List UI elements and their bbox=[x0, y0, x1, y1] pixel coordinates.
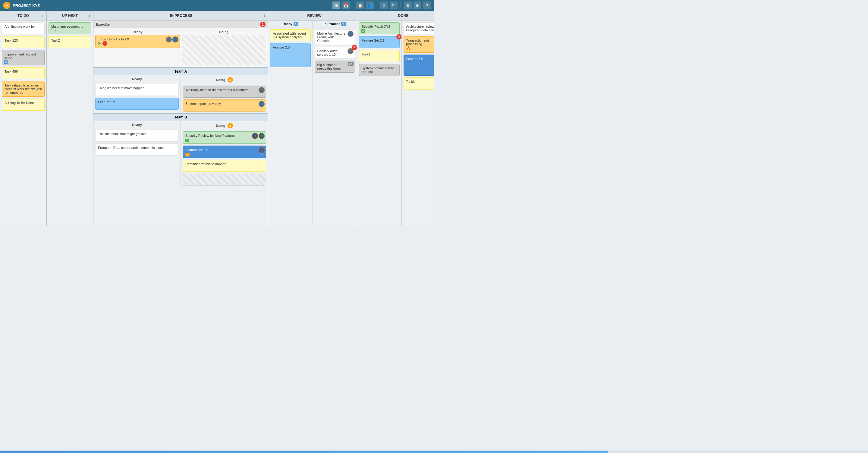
team-b-label: Team B bbox=[174, 115, 187, 119]
todo-add-btn[interactable]: + bbox=[41, 13, 44, 18]
sep1 bbox=[353, 2, 353, 8]
done-collapse-btn[interactable]: − bbox=[360, 13, 362, 18]
team-a-doing-card-2[interactable]: 👤 Broken import - csv only bbox=[183, 99, 266, 112]
done-card-1-badge: 3 bbox=[361, 29, 365, 33]
column-review-header: − REVIEW bbox=[268, 11, 357, 21]
review-ip-card-1[interactable]: 👤 Mobile Architecture Framework Concept bbox=[315, 29, 355, 45]
inprocess-collapse-btn[interactable]: − bbox=[96, 13, 98, 18]
team-b-ready-header: Ready bbox=[95, 123, 179, 127]
board: − TO DO + BACKLOG Architecture work for.… bbox=[0, 11, 434, 227]
team-b-doing-card-2-badge: 10 bbox=[185, 153, 190, 156]
upnext-collapse-btn[interactable]: − bbox=[49, 13, 52, 18]
todo-card-6-text: A Thing To Be Done bbox=[4, 101, 34, 104]
todo-card-2[interactable]: Task 123 bbox=[2, 36, 44, 48]
team-a-doing-card-1-text: We really need to do this for our custom… bbox=[185, 88, 249, 92]
expedite-header: Expedite 1 bbox=[93, 21, 268, 28]
upnext-add-btn[interactable]: + bbox=[88, 13, 91, 18]
team-a-section: Team A Ready Thing we need to make happe… bbox=[93, 67, 268, 113]
report-icon[interactable]: 📋 bbox=[356, 1, 364, 9]
expedite-count: 1 bbox=[260, 22, 266, 27]
filter-icon[interactable]: ⧖ bbox=[380, 1, 388, 9]
expedite-doing: Doing bbox=[182, 30, 267, 65]
inprocess-title: IN PROCESS bbox=[99, 13, 263, 18]
review-ready-header: Ready 4 bbox=[268, 21, 313, 27]
done-rcard-2[interactable]: Transaction not processing ! 🔥 bbox=[404, 36, 434, 53]
done-card-3[interactable]: Task1 bbox=[359, 50, 400, 62]
upnext-card-1[interactable]: Major improvement to SSL bbox=[49, 22, 91, 34]
todo-title: TO DO bbox=[6, 13, 40, 18]
done-card-4[interactable]: System enhancement request bbox=[359, 64, 400, 76]
avatar-4: 👤 bbox=[258, 101, 265, 107]
expedite-doing-area bbox=[182, 35, 267, 65]
upnext-card-2[interactable]: Task2 bbox=[49, 36, 91, 48]
avatar-3: 👤 bbox=[258, 87, 265, 93]
review-card-2[interactable]: Feature 2.5 bbox=[270, 43, 311, 67]
team-a-ready: Ready Thing we need to make happen Featu… bbox=[93, 76, 181, 113]
team-a-ready-header: Ready bbox=[95, 77, 179, 81]
fire-icon: 🔥 bbox=[406, 46, 411, 51]
expedite-doing-label: Doing bbox=[182, 30, 267, 34]
done-rcard-3[interactable]: Feature 3.0 bbox=[404, 55, 434, 76]
account-icon[interactable]: ⚙ bbox=[404, 1, 412, 9]
done-card-2-close[interactable]: ✕ bbox=[396, 34, 401, 39]
expedite-ready: Ready 👤 👤 To Be Done By EOD! ➤ ! bbox=[95, 30, 180, 65]
inprocess-info-icon[interactable]: ℹ bbox=[264, 13, 266, 18]
todo-card-3-badge: 3 bbox=[4, 60, 8, 64]
review-inprocess-body: 👤 Mobile Architecture Framework Concept … bbox=[313, 27, 357, 227]
review-collapse-btn[interactable]: − bbox=[271, 13, 273, 18]
todo-card-1-text: Architecture work for... bbox=[4, 25, 37, 28]
review-ready-count: 4 bbox=[293, 22, 299, 26]
board-view-icon[interactable]: ⊞ bbox=[333, 1, 340, 9]
review-ip-card-3[interactable]: LK Big customer needs this done bbox=[315, 61, 355, 73]
settings-icon[interactable]: ⚙ bbox=[413, 1, 421, 9]
todo-card-1[interactable]: Architecture work for... bbox=[2, 22, 44, 34]
expedite-card-1[interactable]: 👤 👤 To Be Done By EOD! ➤ ! bbox=[95, 35, 180, 48]
team-b-section: Team B Ready The little detail that migh… bbox=[93, 113, 268, 187]
todo-card-5-text: Task related to a larger piece of work t… bbox=[4, 84, 42, 94]
done-rcard-4[interactable]: Task3 bbox=[404, 78, 434, 90]
team-a-card-1[interactable]: Thing we need to make happen bbox=[95, 84, 179, 96]
review-card-1[interactable]: Associated with recent QA system analysi… bbox=[270, 29, 311, 41]
team-a-card-1-text: Thing we need to make happen bbox=[98, 86, 144, 90]
team-b-card-2[interactable]: European Data center arch. communication… bbox=[95, 144, 179, 155]
done-rcard-1[interactable]: Architecture review for European data ce… bbox=[404, 22, 434, 34]
team-b-doing-card-1[interactable]: 👤 👤 Security Review for New Features 1 bbox=[183, 131, 266, 144]
todo-card-6[interactable]: A Thing To Be Done bbox=[2, 98, 44, 111]
todo-collapse-btn[interactable]: − bbox=[2, 13, 5, 18]
column-done-header: − DONE bbox=[357, 11, 434, 21]
calendar-icon[interactable]: 📅 bbox=[342, 1, 350, 9]
search-icon[interactable]: 🔍 bbox=[390, 1, 398, 9]
done-card-3-text: Task1 bbox=[362, 53, 370, 56]
todo-card-4[interactable]: Task 456 bbox=[2, 67, 44, 79]
team-a-card-2[interactable]: Feature Set bbox=[95, 98, 179, 110]
done-card-2[interactable]: ✕ Feature Set 2.1 bbox=[359, 36, 400, 48]
team-a-doing-card-1-avatars: 👤 bbox=[258, 87, 265, 93]
team-b-body: Ready The little detail that might get l… bbox=[93, 121, 268, 187]
priority-icon: ! bbox=[102, 41, 107, 46]
review-ip-card-2[interactable]: ✕ 👤 Security audit: servers 1-10 bbox=[315, 47, 355, 59]
done-right-sub: Architecture review for European data ce… bbox=[402, 21, 434, 227]
users-icon[interactable]: 👥 bbox=[366, 1, 374, 9]
todo-card-5[interactable]: Task related to a larger piece of work t… bbox=[2, 81, 44, 97]
team-b-card-1[interactable]: The little detail that might get lost bbox=[95, 130, 179, 142]
review-inprocess-count: 4 bbox=[341, 22, 346, 26]
expedite-content: Ready 👤 👤 To Be Done By EOD! ➤ ! bbox=[93, 28, 268, 67]
todo-card-3-text: Improvement request #522 bbox=[4, 53, 36, 60]
team-a-doing-card-1[interactable]: 👤 We really need to do this for our cust… bbox=[183, 86, 266, 98]
team-a-doing-count: 4 bbox=[227, 77, 233, 83]
tag-icon: 🏷 bbox=[260, 152, 265, 156]
team-b-doing-card-3[interactable]: Reminder for this to happen bbox=[183, 160, 266, 172]
done-card-2-text: Feature Set 2.1 bbox=[362, 38, 384, 42]
review-ip-card-2-close[interactable]: ✕ bbox=[352, 44, 357, 50]
team-b-doing-card-3-text: Reminder for this to happen bbox=[185, 162, 226, 166]
team-b-doing-card-1-text: Security Review for New Features bbox=[185, 134, 236, 138]
done-left-body: Security Patch XYZ 3 ✕ Feature Set 2.1 T… bbox=[357, 21, 401, 227]
review-inprocess-header: In Process 4 bbox=[313, 21, 357, 27]
team-b-doing-hatched bbox=[183, 174, 266, 186]
review-card-1-text: Associated with recent QA system analysi… bbox=[273, 32, 306, 39]
help-icon[interactable]: ? bbox=[423, 1, 431, 9]
review-inprocess-sub: In Process 4 👤 Mobile Architecture Frame… bbox=[313, 21, 357, 227]
done-card-1[interactable]: Security Patch XYZ 3 bbox=[359, 22, 400, 34]
todo-card-3[interactable]: Improvement request #522 3 bbox=[2, 50, 44, 65]
team-b-doing-card-2[interactable]: 👤 Feature Set 2.0 10 🏷 bbox=[183, 146, 266, 158]
